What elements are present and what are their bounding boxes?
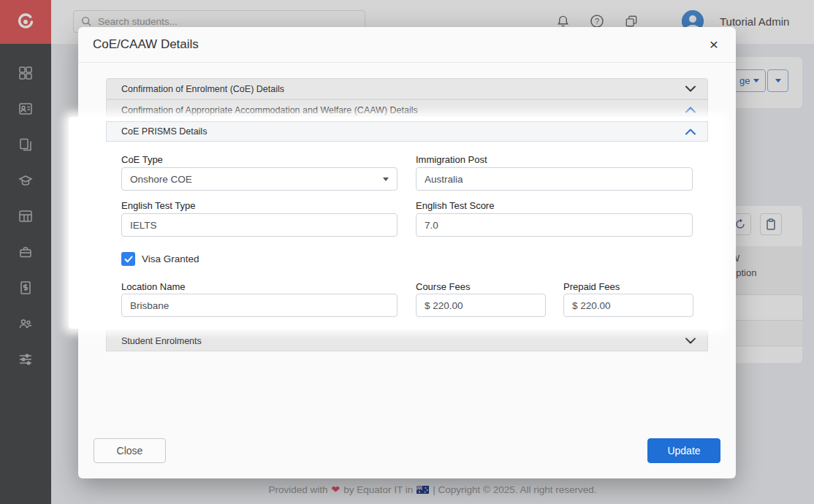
english-test-type-input[interactable]	[121, 213, 398, 237]
immigration-post-input[interactable]	[416, 167, 693, 191]
course-fees-label: Course Fees	[416, 281, 470, 292]
visa-granted-checkbox[interactable]: Visa Granted	[121, 252, 199, 266]
chevron-up-icon	[685, 129, 696, 135]
accordion-coe-details[interactable]: Confirmation of Enrolment (CoE) Details	[106, 78, 708, 99]
divider	[78, 62, 736, 63]
update-button[interactable]: Update	[647, 438, 720, 463]
close-button[interactable]: Close	[94, 438, 166, 463]
chevron-down-icon	[685, 85, 696, 92]
coe-type-label: CoE Type	[121, 154, 163, 165]
accordion-coe-prisms-details[interactable]: CoE PRISMS Details	[106, 121, 708, 142]
select-caret-icon	[383, 177, 389, 181]
english-test-score-label: English Test Score	[416, 200, 494, 211]
chevron-up-icon	[685, 107, 696, 113]
coe-type-select[interactable]: Onshore COE	[121, 167, 398, 191]
accordion-label: Confirmation of Enrolment (CoE) Details	[121, 84, 284, 94]
english-test-score-input[interactable]	[416, 213, 693, 237]
immigration-post-label: Immigration Post	[416, 154, 487, 165]
english-test-type-label: English Test Type	[121, 200, 195, 211]
location-name-input[interactable]	[121, 294, 398, 317]
accordion-label: CoE PRISMS Details	[121, 126, 207, 137]
prepaid-fees-label: Prepaid Fees	[563, 281, 620, 292]
location-name-label: Location Name	[121, 281, 185, 292]
modal-title: CoE/CAAW Details	[93, 27, 199, 62]
coe-type-value: Onshore COE	[130, 174, 192, 185]
accordion-label: Confirmation of Appropriate Accommodatio…	[121, 105, 418, 115]
check-icon	[124, 256, 133, 263]
close-icon[interactable]: ×	[705, 36, 723, 53]
screen: ? Tutorial Admin	[0, 0, 814, 504]
course-fees-input[interactable]	[416, 294, 546, 317]
visa-granted-label: Visa Granted	[142, 253, 199, 264]
checkbox-checked	[121, 252, 135, 266]
prepaid-fees-input[interactable]	[563, 294, 693, 317]
accordion-label: Student Enrolments	[121, 336, 202, 346]
accordion-student-enrolments[interactable]: Student Enrolments	[106, 330, 708, 351]
chevron-down-icon	[685, 337, 696, 344]
tutorial-spotlight: CoE PRISMS Details CoE Type Onshore COE …	[69, 117, 723, 329]
